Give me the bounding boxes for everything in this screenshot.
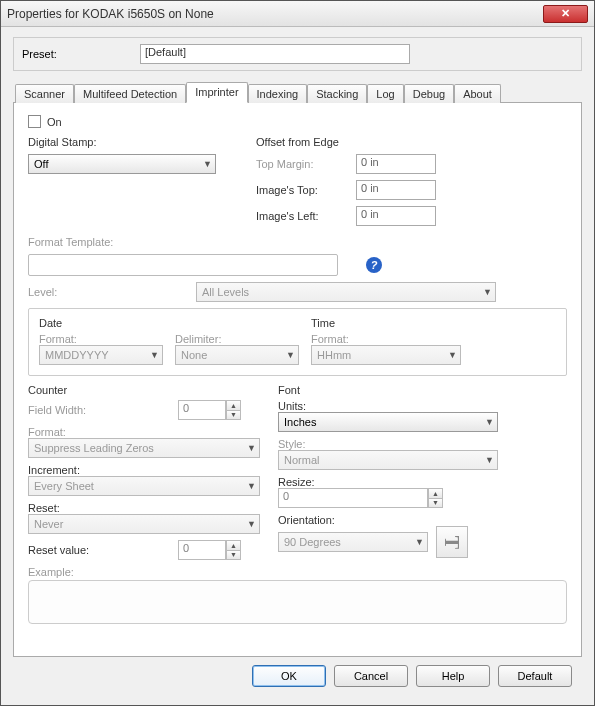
spinner-up-icon[interactable]: ▲ (226, 540, 241, 551)
close-icon: ✕ (561, 7, 570, 20)
units-select[interactable]: Inches ▼ (278, 412, 498, 432)
digital-stamp-label: Digital Stamp: (28, 136, 238, 148)
reset-value-spinner[interactable]: 0 ▲ ▼ (178, 540, 241, 560)
cancel-button[interactable]: Cancel (334, 665, 408, 687)
level-value: All Levels (202, 286, 249, 298)
orientation-value: 90 Degrees (284, 536, 341, 548)
digital-stamp-select[interactable]: Off ▼ (28, 154, 216, 174)
style-value: Normal (284, 454, 319, 466)
date-time-group: Date Format: MMDDYYYY ▼ (28, 308, 567, 376)
spinner-up-icon[interactable]: ▲ (226, 400, 241, 411)
time-format-select[interactable]: HHmm ▼ (311, 345, 461, 365)
spinner-down-icon[interactable]: ▼ (226, 411, 241, 421)
resize-spinner[interactable]: 0 ▲ ▼ (278, 488, 448, 508)
chevron-down-icon: ▼ (483, 287, 492, 297)
spinner-down-icon[interactable]: ▼ (226, 551, 241, 561)
example-preview (28, 580, 567, 624)
images-top-input[interactable]: 0 in (356, 180, 436, 200)
help-button[interactable]: Help (416, 665, 490, 687)
style-select[interactable]: Normal ▼ (278, 450, 498, 470)
chevron-down-icon: ▼ (247, 443, 256, 453)
tabstrip: Scanner Multifeed Detection Imprinter In… (13, 81, 582, 103)
increment-select[interactable]: Every Sheet ▼ (28, 476, 260, 496)
titlebar: Properties for KODAK i5650S on None ✕ (1, 1, 594, 27)
tab-container: Scanner Multifeed Detection Imprinter In… (13, 81, 582, 657)
default-button[interactable]: Default (498, 665, 572, 687)
on-label: On (47, 116, 62, 128)
tab-multifeed-detection[interactable]: Multifeed Detection (74, 84, 186, 103)
level-select[interactable]: All Levels ▼ (196, 282, 496, 302)
chevron-down-icon: ▼ (150, 350, 159, 360)
digital-stamp-value: Off (34, 158, 48, 170)
reset-value-num: 0 (178, 540, 226, 560)
counter-format-label: Format: (28, 426, 260, 438)
orientation-icon: T (441, 535, 464, 548)
tab-indexing[interactable]: Indexing (248, 84, 308, 103)
level-label: Level: (28, 286, 196, 298)
button-bar: OK Cancel Help Default (13, 657, 582, 697)
close-button[interactable]: ✕ (543, 5, 588, 23)
offset-title: Offset from Edge (256, 136, 567, 148)
format-template-label: Format Template: (28, 236, 567, 248)
counter-format-select[interactable]: Suppress Leading Zeros ▼ (28, 438, 260, 458)
images-top-label: Image's Top: (256, 184, 356, 196)
counter-format-value: Suppress Leading Zeros (34, 442, 154, 454)
format-template-input[interactable] (28, 254, 338, 276)
date-title: Date (39, 317, 299, 329)
top-margin-input[interactable]: 0 in (356, 154, 436, 174)
help-icon[interactable]: ? (366, 257, 382, 273)
tab-about[interactable]: About (454, 84, 501, 103)
images-left-label: Image's Left: (256, 210, 356, 222)
time-format-label: Format: (311, 333, 556, 345)
date-format-select[interactable]: MMDDYYYY ▼ (39, 345, 163, 365)
increment-label: Increment: (28, 464, 260, 476)
tab-stacking[interactable]: Stacking (307, 84, 367, 103)
chevron-down-icon: ▼ (485, 417, 494, 427)
chevron-down-icon: ▼ (485, 455, 494, 465)
date-format-value: MMDDYYYY (45, 349, 109, 361)
images-left-input[interactable]: 0 in (356, 206, 436, 226)
orientation-select[interactable]: 90 Degrees ▼ (278, 532, 428, 552)
resize-value: 0 (278, 488, 428, 508)
orientation-button[interactable]: T (436, 526, 468, 558)
date-format-label: Format: (39, 333, 163, 345)
date-delimiter-label: Delimiter: (175, 333, 299, 345)
tab-scanner[interactable]: Scanner (15, 84, 74, 103)
chevron-down-icon: ▼ (203, 159, 212, 169)
ok-button[interactable]: OK (252, 665, 326, 687)
increment-value: Every Sheet (34, 480, 94, 492)
spinner-up-icon[interactable]: ▲ (428, 488, 443, 499)
reset-value: Never (34, 518, 63, 530)
units-label: Units: (278, 400, 567, 412)
tab-imprinter[interactable]: Imprinter (186, 82, 247, 103)
style-label: Style: (278, 438, 567, 450)
preset-field[interactable]: [Default] (140, 44, 410, 64)
tab-panel-imprinter: On Digital Stamp: Off ▼ Offset from Edge (13, 102, 582, 657)
on-checkbox[interactable] (28, 115, 41, 128)
counter-title: Counter (28, 384, 260, 396)
time-format-value: HHmm (317, 349, 351, 361)
field-width-value: 0 (178, 400, 226, 420)
preset-group: Preset: [Default] (13, 37, 582, 71)
spinner-down-icon[interactable]: ▼ (428, 499, 443, 509)
date-delimiter-value: None (181, 349, 207, 361)
font-title: Font (278, 384, 567, 396)
reset-select[interactable]: Never ▼ (28, 514, 260, 534)
top-margin-label: Top Margin: (256, 158, 356, 170)
example-label: Example: (28, 566, 74, 578)
chevron-down-icon: ▼ (448, 350, 457, 360)
time-title: Time (311, 317, 556, 329)
tab-debug[interactable]: Debug (404, 84, 454, 103)
field-width-label: Field Width: (28, 404, 178, 416)
content-area: Preset: [Default] Scanner Multifeed Dete… (1, 27, 594, 705)
chevron-down-icon: ▼ (415, 537, 424, 547)
date-delimiter-select[interactable]: None ▼ (175, 345, 299, 365)
chevron-down-icon: ▼ (286, 350, 295, 360)
reset-value-label: Reset value: (28, 544, 178, 556)
chevron-down-icon: ▼ (247, 519, 256, 529)
field-width-spinner[interactable]: 0 ▲ ▼ (178, 400, 241, 420)
resize-label: Resize: (278, 476, 567, 488)
tab-log[interactable]: Log (367, 84, 403, 103)
units-value: Inches (284, 416, 316, 428)
window-title: Properties for KODAK i5650S on None (7, 7, 543, 21)
